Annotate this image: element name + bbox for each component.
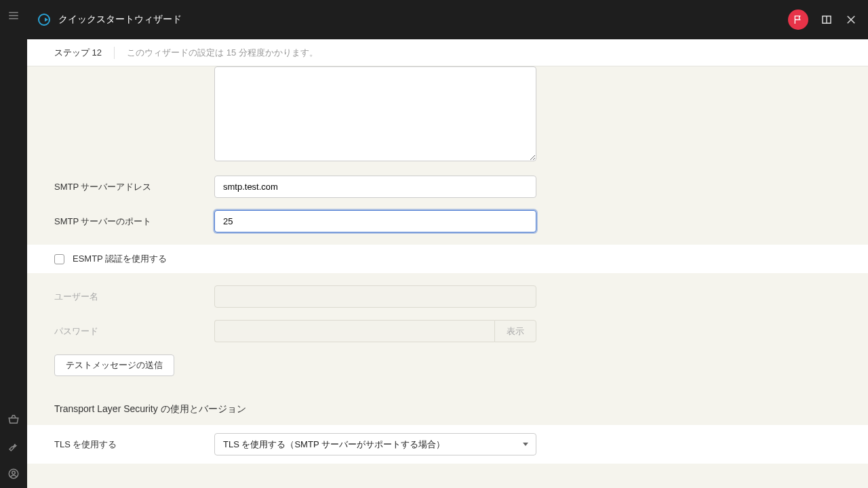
- tls-row: TLS を使用する TLS を使用する（SMTP サーバーがサポートする場合）: [27, 425, 868, 464]
- smtp-port-input[interactable]: [214, 210, 536, 232]
- wizard-subheader: ステップ 12 このウィザードの設定は 15 分程度かかります。: [27, 39, 868, 66]
- flag-badge[interactable]: [788, 9, 808, 30]
- close-icon[interactable]: [845, 14, 857, 26]
- wizard-content: SMTP サーバーアドレス SMTP サーバーのポート ESMTP 認証を使用す…: [27, 66, 868, 488]
- flag-icon: [793, 14, 804, 25]
- show-password-button: 表示: [494, 320, 536, 342]
- left-sidebar: [0, 0, 27, 488]
- send-test-button[interactable]: テストメッセージの送信: [54, 354, 174, 376]
- hamburger-icon[interactable]: [7, 9, 20, 22]
- message-textarea[interactable]: [214, 66, 536, 161]
- wizard-logo-icon: [38, 14, 50, 26]
- tls-section-title: Transport Layer Security の使用とバージョン: [54, 403, 841, 415]
- use-tls-select[interactable]: TLS を使用する（SMTP サーバーがサポートする場合）: [214, 433, 536, 455]
- step-label: ステップ 12: [54, 47, 102, 59]
- esmtp-checkbox[interactable]: [54, 254, 64, 264]
- username-label: ユーザー名: [54, 285, 214, 303]
- step-hint: このウィザードの設定は 15 分程度かかります。: [127, 47, 318, 59]
- smtp-address-input[interactable]: [214, 176, 536, 198]
- smtp-port-label: SMTP サーバーのポート: [54, 210, 214, 228]
- svg-point-4: [12, 471, 16, 474]
- user-circle-icon[interactable]: [7, 468, 20, 480]
- password-label: パスワード: [54, 320, 214, 338]
- smtp-address-label: SMTP サーバーアドレス: [54, 176, 214, 193]
- page-title: クイックスタートウィザード: [58, 14, 182, 26]
- wrench-icon[interactable]: [7, 441, 20, 453]
- textarea-label: [54, 66, 214, 72]
- esmtp-row: ESMTP 認証を使用する: [27, 245, 868, 273]
- app-header: クイックスタートウィザード: [27, 0, 868, 39]
- bookmark-icon[interactable]: [821, 14, 833, 26]
- username-input: [214, 285, 536, 308]
- password-input: [214, 320, 494, 342]
- esmtp-label: ESMTP 認証を使用する: [73, 253, 167, 265]
- use-tls-label: TLS を使用する: [54, 439, 214, 451]
- divider: [114, 47, 115, 59]
- basket-icon[interactable]: [7, 413, 20, 426]
